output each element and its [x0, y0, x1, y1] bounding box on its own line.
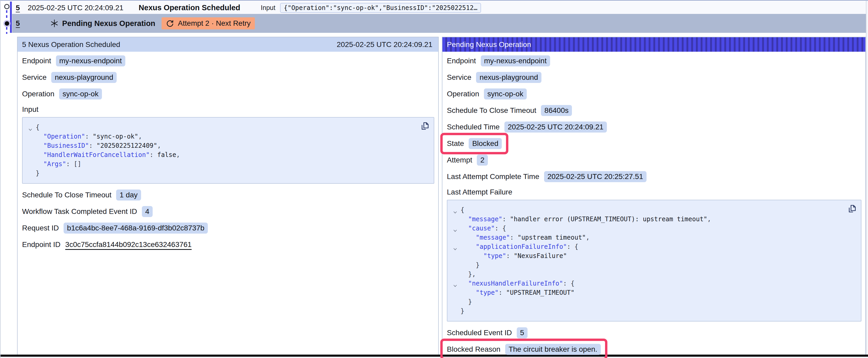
code-line: "type": "NexusFailure": [453, 252, 842, 261]
state-highlight-annotation: State Blocked: [440, 133, 508, 154]
retry-attempt-badge: Attempt 2 · Next Retry: [161, 17, 255, 29]
field-row-scheduled-time: Scheduled Time 2025-02-25 UTC 20:24:09.2…: [447, 122, 607, 133]
event-row-pending-nexus-operation[interactable]: 5 Pending Nexus Operation Attempt 2 · Ne…: [12, 14, 866, 33]
timeline-accent-bar: [10, 2, 12, 33]
input-section-label: Input: [22, 105, 434, 114]
field-label: Endpoint: [22, 57, 51, 65]
field-value-chip: my-nexus-endpoint: [481, 55, 550, 66]
copy-icon[interactable]: [847, 204, 857, 214]
input-json-viewer: {"Operation": "sync-op-ok","BusinessID":…: [22, 117, 434, 184]
code-line: {: [453, 205, 842, 215]
failure-json-viewer: {"message": "handler error (UPSTREAM_TIM…: [447, 200, 862, 322]
scrollbar-gutter[interactable]: [866, 1, 868, 358]
field-row-endpoint: Endpoint my-nexus-endpoint: [22, 55, 125, 66]
field-value-chip: 2025-02-25 UTC 20:24:09.21: [504, 122, 607, 133]
collapse-toggle-icon[interactable]: [453, 242, 461, 252]
field-label: Scheduled Event ID: [447, 329, 512, 337]
code-line: }: [453, 297, 842, 306]
timeline-node-open-icon[interactable]: [4, 4, 9, 9]
field-label: Scheduled Time: [447, 123, 500, 131]
field-value-chip: b1c6a4bc-8ee7-468a-9169-df3b02c8737b: [64, 223, 208, 234]
field-row-request-id: Request ID b1c6a4bc-8ee7-468a-9169-df3b0…: [22, 223, 208, 234]
field-label: Schedule To Close Timeout: [22, 191, 112, 199]
code-line: }: [453, 261, 842, 270]
input-preview-chip[interactable]: {"Operation":"sync-op-ok","BusinessID":"…: [280, 3, 481, 13]
field-row-attempt: Attempt 2: [447, 155, 488, 166]
field-label: State: [447, 139, 464, 148]
last-attempt-failure-label: Last Attempt Failure: [447, 188, 862, 197]
collapse-toggle-icon[interactable]: [28, 123, 36, 132]
field-label: Endpoint: [447, 57, 476, 65]
blocked-reason-value-chip: The circuit breaker is open.: [505, 344, 601, 355]
retry-badge-label: Attempt 2 · Next Retry: [178, 19, 251, 28]
event-row-nexus-operation-scheduled[interactable]: 5 2025-02-25 UTC 20:24:09.21 Nexus Opera…: [12, 2, 866, 14]
timeline-node-selected-icon[interactable]: [5, 21, 9, 26]
field-label: Operation: [447, 90, 479, 98]
code-line: "BusinessID": "20250225122409",: [28, 141, 415, 151]
field-row-operation: Operation sync-op-ok: [447, 89, 527, 99]
field-row-blocked-reason: Blocked Reason The circuit breaker is op…: [447, 344, 608, 355]
blocked-reason-highlight-annotation: Blocked Reason The circuit breaker is op…: [440, 338, 608, 358]
field-value-chip: 86400s: [541, 105, 572, 116]
event-detail-panel-scheduled: 5 Nexus Operation Scheduled 2025-02-25 U…: [17, 37, 439, 355]
field-label: Last Attempt Complete Time: [447, 172, 539, 181]
copy-icon[interactable]: [420, 121, 430, 131]
code-line: "type": "UPSTREAM_TIMEOUT": [453, 288, 842, 297]
field-value-chip: 1 day: [116, 190, 141, 200]
field-row-service: Service nexus-playground: [447, 72, 541, 83]
collapse-toggle-icon[interactable]: [453, 205, 461, 215]
field-label: Endpoint ID: [22, 240, 60, 249]
field-label: Operation: [22, 90, 54, 98]
field-value-chip: 5: [517, 327, 528, 338]
code-line: "message": "handler error (UPSTREAM_TIME…: [453, 215, 842, 224]
state-value-chip: Blocked: [469, 138, 502, 149]
collapse-toggle-icon[interactable]: [453, 224, 461, 233]
field-label: Service: [447, 73, 471, 82]
collapse-toggle-icon[interactable]: [453, 279, 461, 288]
timeline-dashed-connector: [6, 10, 7, 21]
field-value-chip: sync-op-ok: [59, 89, 102, 99]
bottom-gutter: [1, 357, 868, 358]
left-panel-title: 5 Nexus Operation Scheduled: [22, 40, 120, 49]
input-label: Input: [261, 4, 276, 11]
field-row-last-attempt-complete-time: Last Attempt Complete Time 2025-02-25 UT…: [447, 171, 647, 182]
right-panel-header: Pending Nexus Operation: [442, 37, 865, 52]
field-row-workflow-task-completed-event-id: Workflow Task Completed Event ID 4: [22, 206, 153, 217]
field-label: Attempt: [447, 156, 472, 164]
bottom-edge-bar: [1, 355, 868, 357]
field-row-operation: Operation sync-op-ok: [22, 89, 102, 99]
field-label: Schedule To Close Timeout: [447, 106, 536, 115]
right-panel-title: Pending Nexus Operation: [447, 40, 531, 49]
endpoint-id-link[interactable]: 3c0c75ccfa8144b092c13ce632463761: [65, 240, 191, 249]
code-line: "message": "upstream timeout",: [453, 233, 842, 242]
field-label: Blocked Reason: [447, 345, 500, 354]
field-value-chip: nexus-playground: [476, 72, 541, 83]
field-row-endpoint-id: Endpoint ID 3c0c75ccfa8144b092c13ce63246…: [22, 239, 191, 250]
field-row-state: State Blocked: [447, 138, 508, 149]
field-row-endpoint: Endpoint my-nexus-endpoint: [447, 55, 550, 66]
timeline-dashed-connector: [6, 27, 7, 34]
code-line: "applicationFailureInfo": {: [453, 242, 842, 252]
field-value-chip: my-nexus-endpoint: [56, 55, 125, 66]
event-id-link[interactable]: 5: [16, 4, 20, 12]
field-label: Workflow Task Completed Event ID: [22, 207, 137, 216]
pending-operation-panel: Pending Nexus Operation Endpoint my-nexu…: [442, 37, 866, 355]
field-value-chip: 2: [477, 155, 488, 166]
event-id-link[interactable]: 5: [16, 19, 20, 28]
left-panel-timestamp: 2025-02-25 UTC 20:24:09.21: [337, 40, 432, 49]
field-value-chip: nexus-playground: [51, 72, 117, 83]
field-row-schedule-to-close-timeout: Schedule To Close Timeout 1 day: [22, 190, 141, 200]
field-label: Request ID: [22, 224, 59, 232]
code-line: {: [28, 123, 415, 132]
pending-operation-title: Pending Nexus Operation: [62, 19, 156, 28]
code-line: "cause": {: [453, 224, 842, 233]
code-line: }: [453, 306, 842, 316]
code-line: "Operation": "sync-op-ok",: [28, 132, 415, 141]
field-value-chip: 2025-02-25 UTC 20:25:27.51: [544, 171, 647, 182]
event-name: Nexus Operation Scheduled: [139, 3, 240, 12]
field-row-scheduled-event-id: Scheduled Event ID 5: [447, 327, 528, 338]
field-value-chip: 4: [142, 206, 153, 217]
event-timestamp: 2025-02-25 UTC 20:24:09.21: [28, 4, 123, 12]
code-line: "nexusHandlerFailureInfo": {: [453, 279, 842, 288]
field-row-schedule-to-close-timeout: Schedule To Close Timeout 86400s: [447, 105, 572, 116]
